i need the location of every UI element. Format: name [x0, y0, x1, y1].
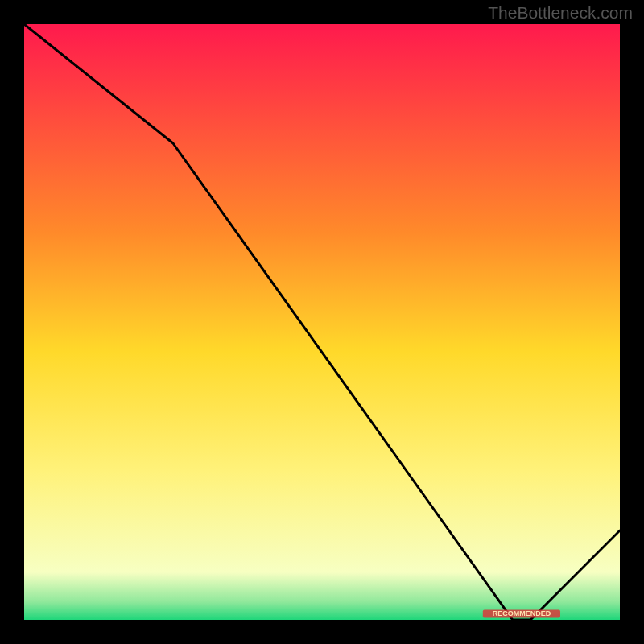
- chart-background: [24, 24, 620, 620]
- watermark-text: TheBottleneck.com: [488, 3, 633, 23]
- recommended-label: RECOMMENDED: [493, 609, 551, 617]
- chart-svg: RECOMMENDED: [24, 24, 620, 620]
- chart-container: RECOMMENDED: [24, 24, 620, 620]
